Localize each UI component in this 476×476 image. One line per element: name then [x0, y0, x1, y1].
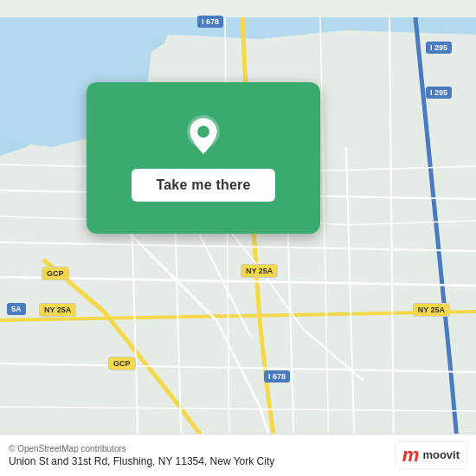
road-label-ny25a-center: NY 25A [241, 264, 278, 278]
svg-point-3 [197, 125, 209, 138]
road-label-ny25a-right: NY 25A [413, 303, 450, 317]
address-text: Union St and 31st Rd, Flushing, NY 11354… [9, 455, 274, 467]
copyright-text: © OpenStreetMap contributors [9, 444, 274, 453]
bottom-bar: © OpenStreetMap contributors Union St an… [0, 434, 476, 476]
road-label-5a: 5A [7, 303, 26, 315]
road-label-i678-bottom: I 678 [264, 370, 290, 383]
moovit-wordmark: moovit [422, 448, 460, 462]
road-label-ny25a-left: NY 25A [39, 303, 76, 317]
map-background [0, 0, 476, 476]
map-container: I 678 I 295 I 295 CIP GCP NY 25A NY 25A … [0, 0, 476, 476]
bottom-left: © OpenStreetMap contributors Union St an… [9, 444, 274, 467]
take-me-there-button[interactable]: Take me there [132, 169, 274, 202]
moovit-m-icon: m [402, 446, 420, 465]
moovit-logo: m moovit [395, 441, 467, 469]
road-label-gcp-left: GCP [42, 267, 69, 280]
road-label-i295-mid: I 295 [426, 87, 452, 99]
location-pin-icon [181, 115, 226, 160]
road-label-i295-top: I 295 [426, 42, 452, 54]
road-label-i678-top: I 678 [197, 16, 223, 28]
road-label-gcp-bottom: GCP [108, 357, 136, 370]
destination-card: Take me there [87, 82, 320, 234]
